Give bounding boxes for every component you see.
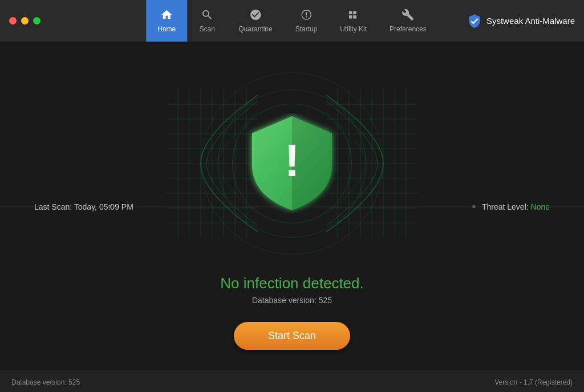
tab-quarantine[interactable]: Quarantine [227, 0, 283, 42]
footer-db-version: Database version: 525 [11, 378, 80, 386]
title-bar: Home Scan Quarantine St [0, 0, 584, 42]
quarantine-icon [249, 9, 262, 23]
footer-version: Version - 1.7 (Registered) [494, 378, 573, 386]
svg-text:!: ! [285, 135, 300, 186]
shield-container: ! [246, 113, 338, 213]
last-scan-info: Last Scan: Today, 05:09 PM [34, 202, 133, 211]
close-button[interactable] [9, 17, 17, 24]
grid-arc-right [326, 89, 417, 238]
tab-preferences-label: Preferences [390, 25, 427, 33]
threat-level-value: None [531, 202, 550, 211]
scan-line-dot-right [472, 205, 476, 209]
threat-level-info: Threat Level: None [482, 202, 550, 211]
shield-svg: ! [246, 113, 338, 213]
preferences-icon [402, 9, 414, 23]
tab-startup[interactable]: Startup [284, 0, 329, 42]
grid-arc-left [167, 89, 258, 238]
tab-preferences[interactable]: Preferences [378, 0, 438, 42]
navigation-tabs: Home Scan Quarantine St [146, 0, 437, 42]
footer: Database version: 525 Version - 1.7 (Reg… [0, 371, 584, 392]
db-version-main: Database version: 525 [252, 296, 332, 305]
home-icon [160, 9, 173, 23]
main-content: Last Scan: Today, 05:09 PM Threat Level:… [0, 42, 584, 371]
status-section: No infection detected. Database version:… [220, 275, 364, 350]
threat-level-label: Threat Level: [482, 202, 529, 211]
db-version-value: 525 [319, 296, 332, 305]
scan-icon [201, 9, 213, 23]
start-scan-button[interactable]: Start Scan [234, 322, 350, 350]
tab-utility-label: Utility Kit [340, 25, 367, 33]
tab-scan-label: Scan [200, 25, 215, 33]
maximize-button[interactable] [33, 17, 40, 24]
brand-name: Systweak Anti-Malware [486, 16, 575, 26]
utility-icon [347, 9, 360, 23]
tab-utility-kit[interactable]: Utility Kit [328, 0, 378, 42]
db-version-label: Database version: [252, 296, 317, 305]
tab-scan[interactable]: Scan [187, 0, 227, 42]
last-scan-label: Last Scan: [34, 202, 72, 211]
brand-shield-icon [467, 14, 482, 28]
app-brand: Systweak Anti-Malware [467, 14, 575, 28]
window-controls [0, 17, 40, 24]
shield-area: ! [178, 64, 406, 263]
tab-home[interactable]: Home [146, 0, 187, 42]
tab-home-label: Home [157, 25, 176, 33]
startup-icon [300, 9, 313, 23]
tab-quarantine-label: Quarantine [238, 25, 272, 33]
tab-startup-label: Startup [295, 25, 318, 33]
minimize-button[interactable] [21, 17, 29, 24]
last-scan-value: Today, 05:09 PM [74, 202, 133, 211]
no-infection-text: No infection detected. [220, 275, 364, 292]
